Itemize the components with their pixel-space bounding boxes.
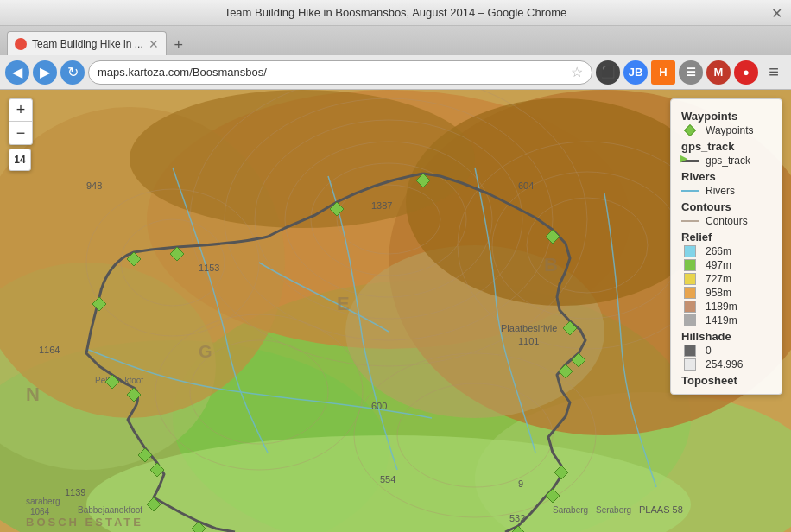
legend-gpstrack-item: ▶ gps_track: [681, 155, 771, 167]
hillshade-0-label: 0: [706, 345, 712, 357]
legend-gpstrack-title: gps_track: [681, 140, 771, 153]
window-title: Team Building Hike in Boosmansbos, Augus…: [225, 6, 567, 19]
svg-text:948: 948: [86, 180, 102, 191]
legend-relief-958: 958m: [681, 287, 771, 299]
active-tab[interactable]: Team Building Hike in ... ✕: [7, 31, 167, 55]
svg-text:N: N: [26, 383, 40, 405]
relief-497-box: [684, 259, 696, 271]
legend-hillshade-light: 254.996: [681, 358, 771, 370]
zoom-control: + −: [9, 98, 33, 145]
legend-rivers-item: Rivers: [681, 185, 771, 197]
svg-text:554: 554: [380, 474, 396, 484]
svg-text:saraberg: saraberg: [26, 497, 60, 506]
legend-contours-item: Contours: [681, 215, 771, 227]
relief-1189-box: [684, 301, 696, 313]
hillshade-light-symbol: [681, 358, 699, 370]
legend-hillshade-dark: 0: [681, 345, 771, 357]
hillshade-dark-symbol: [681, 345, 699, 357]
gpstrack-label: gps_track: [706, 155, 750, 167]
forward-button[interactable]: ▶: [33, 60, 57, 85]
menu-icon[interactable]: ≡: [762, 60, 786, 85]
waypoints-symbol: [681, 124, 699, 136]
svg-point-10: [130, 90, 475, 228]
legend-relief-497: 497m: [681, 259, 771, 271]
svg-text:1064: 1064: [30, 507, 50, 516]
contour-line-icon: [681, 220, 699, 222]
toolbar: ◀ ▶ ↻ ☆ ⬛ JB H ☰ M ● ≡: [0, 55, 791, 90]
waypoints-label: Waypoints: [706, 124, 754, 136]
relief-958-box: [684, 287, 696, 299]
hillshade-light-box: [684, 358, 696, 370]
legend-relief-1189: 1189m: [681, 301, 771, 313]
new-tab-button[interactable]: +: [167, 35, 191, 55]
diamond-icon: [684, 124, 696, 136]
tab-bar: Team Building Hike in ... ✕ +: [0, 26, 791, 55]
map-container[interactable]: N G E B 948 1153 1164 1139 1387 Plaatbes…: [0, 90, 791, 532]
svg-text:Plaatbesirivie: Plaatbesirivie: [501, 323, 557, 333]
relief-266-symbol: [681, 245, 699, 257]
h-icon[interactable]: H: [651, 60, 675, 85]
svg-text:1164: 1164: [39, 345, 60, 355]
river-line-icon: [681, 190, 699, 192]
svg-text:B: B: [544, 254, 558, 276]
svg-text:600: 600: [371, 401, 387, 411]
tab-close-button[interactable]: ✕: [149, 37, 159, 51]
relief-497-symbol: [681, 259, 699, 271]
legend-relief-1419: 1419m: [681, 314, 771, 326]
address-bar[interactable]: [98, 66, 566, 79]
map-controls: + − 14: [9, 98, 33, 171]
pocket-icon[interactable]: ☰: [679, 60, 703, 85]
tab-favicon: [15, 38, 27, 50]
legend: Waypoints Waypoints gps_track ▶ gps_trac…: [670, 98, 782, 395]
hillshade-dark-box: [684, 345, 696, 357]
legend-rivers-title: Rivers: [681, 170, 771, 183]
m-icon[interactable]: M: [706, 60, 731, 85]
window-close-button[interactable]: ✕: [771, 4, 782, 21]
svg-text:9: 9: [518, 478, 523, 489]
svg-text:1153: 1153: [199, 263, 219, 273]
address-bar-container: ☆: [88, 60, 592, 85]
bookmark-icon[interactable]: ☆: [571, 64, 583, 80]
legend-contours-title: Contours: [681, 200, 771, 213]
relief-958-label: 958m: [706, 287, 731, 299]
legend-waypoints-item: Waypoints: [681, 124, 771, 136]
zoom-in-button[interactable]: +: [9, 99, 32, 122]
gps-track-symbol: ▶: [681, 155, 699, 167]
relief-266-box: [684, 245, 696, 257]
svg-text:E: E: [337, 293, 350, 314]
tab-title: Team Building Hike in ...: [32, 38, 143, 50]
relief-1419-box: [684, 314, 696, 326]
legend-relief-title: Relief: [681, 231, 771, 244]
relief-497-label: 497m: [706, 259, 731, 271]
relief-727-box: [684, 273, 696, 285]
svg-text:Seraborg: Seraborg: [596, 505, 631, 515]
contours-label: Contours: [706, 215, 748, 227]
relief-1419-label: 1419m: [706, 314, 737, 326]
legend-toposheet-title: Toposheet: [681, 374, 771, 387]
relief-958-symbol: [681, 287, 699, 299]
rivers-label: Rivers: [706, 185, 735, 197]
svg-text:G: G: [199, 342, 212, 361]
screenshot-icon[interactable]: ⬛: [596, 60, 620, 85]
svg-text:BOSCH ESTATE: BOSCH ESTATE: [26, 516, 143, 529]
legend-waypoints-title: Waypoints: [681, 110, 771, 123]
relief-266-label: 266m: [706, 245, 731, 257]
relief-1189-symbol: [681, 301, 699, 313]
zoom-out-button[interactable]: −: [9, 122, 32, 144]
relief-1189-label: 1189m: [706, 301, 737, 313]
legend-relief-727: 727m: [681, 273, 771, 285]
jb-icon[interactable]: JB: [623, 60, 648, 85]
svg-text:604: 604: [518, 180, 534, 191]
relief-1419-symbol: [681, 314, 699, 326]
zoom-level: 14: [9, 149, 31, 171]
svg-text:Saraberg: Saraberg: [553, 505, 588, 515]
lastpass-icon[interactable]: ●: [734, 60, 758, 85]
hillshade-254-label: 254.996: [706, 358, 743, 370]
reload-button[interactable]: ↻: [60, 60, 85, 85]
legend-relief-266: 266m: [681, 245, 771, 257]
back-button[interactable]: ◀: [5, 60, 29, 85]
svg-text:1101: 1101: [518, 336, 539, 346]
toolbar-actions: ⬛ JB H ☰ M ● ≡: [596, 60, 786, 85]
window-titlebar: Team Building Hike in Boosmansbos, Augus…: [0, 0, 791, 26]
svg-text:Babbejaanokfoof: Babbejaanokfoof: [78, 505, 142, 515]
